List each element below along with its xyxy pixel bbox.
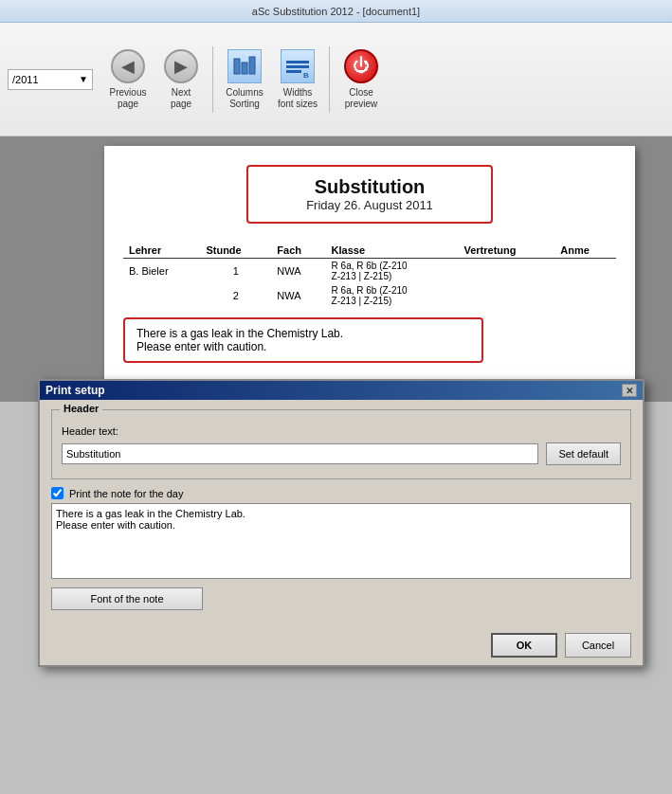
document-note-box: There is a gas leak in the Chemistry Lab… — [123, 317, 483, 363]
col-header-lehrer: Lehrer — [123, 243, 200, 259]
print-setup-dialog: Print setup ✕ Header Header text: Set de… — [38, 379, 645, 667]
col-header-stunde: Stunde — [200, 243, 271, 259]
font-note-row: Font of the note — [51, 587, 631, 610]
cell-fach: NWA — [271, 259, 325, 284]
close-preview-label: Close preview — [345, 87, 377, 110]
toolbar-separator-1 — [212, 46, 213, 113]
print-note-checkbox-label: Print the note for the day — [69, 488, 183, 499]
next-page-label: Next page — [171, 87, 191, 110]
title-bar-text: aSc Substitution 2012 - [document1] — [252, 6, 420, 17]
document-note-text: There is a gas leak in the Chemistry Lab… — [136, 327, 343, 353]
col-header-fach: Fach — [271, 243, 325, 259]
dialog-titlebar: Print setup ✕ — [40, 381, 643, 400]
svg-rect-1 — [242, 63, 247, 74]
svg-rect-2 — [249, 57, 255, 74]
svg-rect-3 — [286, 61, 309, 63]
font-of-note-button[interactable]: Font of the note — [51, 587, 203, 610]
dialog-close-button[interactable]: ✕ — [622, 384, 637, 397]
close-preview-button[interactable]: ⏻ Close preview — [336, 42, 387, 117]
col-header-vertretung: Vertretung — [458, 243, 554, 259]
cell-stunde: 1 — [200, 259, 271, 284]
cell-fach: NWA — [271, 283, 325, 308]
toolbar-separator-2 — [329, 46, 330, 113]
svg-rect-4 — [286, 65, 309, 68]
next-page-icon: ▶ — [164, 49, 198, 83]
print-note-section: Print the note for the day There is a ga… — [51, 487, 631, 610]
note-textarea[interactable]: There is a gas leak in the Chemistry Lab… — [51, 503, 631, 579]
substitution-table: Lehrer Stunde Fach Klasse Vertretung Anm… — [123, 243, 616, 308]
col-header-klasse: Klasse — [326, 243, 459, 259]
svg-text:B: B — [303, 71, 309, 80]
widths-font-sizes-button[interactable]: B Widths font sizes — [272, 42, 323, 117]
header-text-row: Header text: — [62, 425, 621, 437]
close-preview-icon: ⏻ — [344, 49, 378, 83]
cell-klasse: R 6a, R 6b (Z-210Z-213 | Z-215) — [326, 259, 459, 284]
cell-klasse: R 6a, R 6b (Z-210Z-213 | Z-215) — [326, 283, 459, 308]
cancel-button[interactable]: Cancel — [565, 633, 631, 658]
col-header-anme: Anme — [554, 243, 616, 259]
cell-lehrer: B. Bieler — [123, 259, 200, 284]
table-row: B. Bieler 1 NWA R 6a, R 6b (Z-210Z-213 |… — [123, 259, 616, 284]
columns-sorting-label: Columns Sorting — [226, 87, 263, 110]
document-area: Substitution Friday 26. August 2011 Lehr… — [0, 136, 672, 402]
ok-button[interactable]: OK — [491, 633, 557, 658]
set-default-button[interactable]: Set default — [546, 442, 621, 465]
header-text-label: Header text: — [62, 425, 118, 437]
date-dropdown[interactable]: /2011 ▼ — [8, 69, 93, 90]
dropdown-value: /2011 — [12, 74, 79, 85]
widths-font-sizes-icon: B — [281, 49, 315, 83]
dialog-title: Print setup — [45, 384, 105, 397]
document-subtitle: Friday 26. August 2011 — [277, 198, 463, 212]
header-text-input[interactable] — [62, 443, 538, 464]
columns-sorting-button[interactable]: Columns Sorting — [219, 42, 270, 117]
cell-vertretung — [458, 283, 554, 308]
svg-rect-5 — [286, 70, 301, 73]
next-page-button[interactable]: ▶ Next page — [155, 42, 207, 117]
dialog-body: Header Header text: Set default Print th… — [40, 400, 643, 625]
dropdown-arrow-icon[interactable]: ▼ — [79, 74, 88, 84]
prev-page-label: Previous page — [110, 87, 147, 110]
toolbar: /2011 ▼ ◀ Previous page ▶ Next page Colu… — [0, 23, 672, 136]
header-group-label: Header — [60, 403, 102, 414]
cell-stunde: 2 — [200, 283, 271, 308]
svg-rect-0 — [234, 59, 240, 74]
document-header-box: Substitution Friday 26. August 2011 — [246, 165, 493, 224]
cell-vertretung — [458, 259, 554, 284]
title-bar: aSc Substitution 2012 - [document1] — [0, 0, 672, 23]
document-title: Substitution — [277, 176, 463, 198]
header-input-row: Set default — [62, 442, 621, 465]
cell-anme — [554, 259, 616, 284]
cell-lehrer — [123, 283, 200, 308]
print-note-checkbox[interactable] — [51, 487, 64, 499]
prev-page-button[interactable]: ◀ Previous page — [102, 42, 154, 117]
document-paper: Substitution Friday 26. August 2011 Lehr… — [104, 146, 635, 392]
dialog-footer: OK Cancel — [40, 625, 643, 665]
columns-sorting-icon — [227, 49, 262, 83]
header-group: Header Header text: Set default — [51, 409, 631, 479]
table-row: 2 NWA R 6a, R 6b (Z-210Z-213 | Z-215) — [123, 283, 616, 308]
prev-page-icon: ◀ — [111, 49, 145, 83]
cell-anme — [554, 283, 616, 308]
widths-font-sizes-label: Widths font sizes — [278, 87, 318, 110]
print-note-checkbox-row: Print the note for the day — [51, 487, 631, 499]
